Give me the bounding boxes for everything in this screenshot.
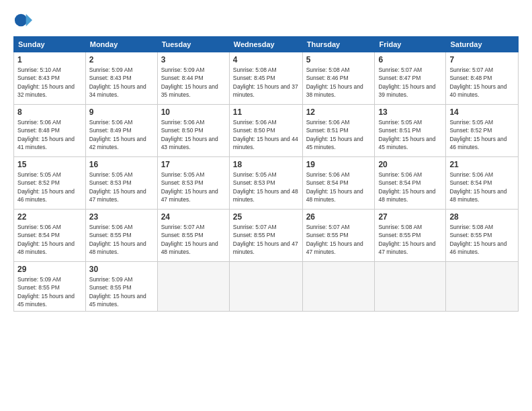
table-row: 7 Sunrise: 5:07 AMSunset: 8:48 PMDayligh… (446, 52, 519, 105)
empty-cell (375, 262, 446, 312)
empty-cell (302, 262, 375, 312)
table-row: 30 Sunrise: 5:09 AMSunset: 8:55 PMDaylig… (85, 262, 157, 312)
page-header (13, 11, 519, 30)
table-row: 1 Sunrise: 5:10 AMSunset: 8:43 PMDayligh… (14, 52, 86, 105)
logo (13, 11, 35, 30)
col-thursday: Thursday (302, 37, 375, 52)
svg-marker-1 (26, 14, 32, 27)
col-saturday: Saturday (446, 37, 519, 52)
table-row: 9 Sunrise: 5:06 AMSunset: 8:49 PMDayligh… (85, 105, 157, 157)
table-row: 26 Sunrise: 5:07 AMSunset: 8:55 PMDaylig… (302, 210, 375, 262)
table-row: 16 Sunrise: 5:05 AMSunset: 8:53 PMDaylig… (85, 157, 157, 210)
calendar-week-1: 1 Sunrise: 5:10 AMSunset: 8:43 PMDayligh… (14, 52, 519, 105)
table-row: 28 Sunrise: 5:08 AMSunset: 8:55 PMDaylig… (446, 210, 519, 262)
calendar-week-4: 22 Sunrise: 5:06 AMSunset: 8:54 PMDaylig… (14, 210, 519, 262)
table-row: 20 Sunrise: 5:06 AMSunset: 8:54 PMDaylig… (375, 157, 446, 210)
calendar-table: Sunday Monday Tuesday Wednesday Thursday… (13, 36, 519, 312)
table-row: 17 Sunrise: 5:05 AMSunset: 8:53 PMDaylig… (157, 157, 229, 210)
svg-point-0 (15, 14, 28, 27)
calendar-week-2: 8 Sunrise: 5:06 AMSunset: 8:48 PMDayligh… (14, 105, 519, 157)
table-row: 6 Sunrise: 5:07 AMSunset: 8:47 PMDayligh… (375, 52, 446, 105)
logo-icon (13, 11, 32, 30)
table-row: 3 Sunrise: 5:09 AMSunset: 8:44 PMDayligh… (157, 52, 229, 105)
table-row: 22 Sunrise: 5:06 AMSunset: 8:54 PMDaylig… (14, 210, 86, 262)
col-monday: Monday (85, 37, 157, 52)
table-row: 14 Sunrise: 5:05 AMSunset: 8:52 PMDaylig… (446, 105, 519, 157)
calendar-week-3: 15 Sunrise: 5:05 AMSunset: 8:52 PMDaylig… (14, 157, 519, 210)
table-row: 10 Sunrise: 5:06 AMSunset: 8:50 PMDaylig… (157, 105, 229, 157)
calendar-header-row: Sunday Monday Tuesday Wednesday Thursday… (14, 37, 519, 52)
table-row: 11 Sunrise: 5:06 AMSunset: 8:50 PMDaylig… (229, 105, 302, 157)
table-row: 4 Sunrise: 5:08 AMSunset: 8:45 PMDayligh… (229, 52, 302, 105)
table-row: 27 Sunrise: 5:08 AMSunset: 8:55 PMDaylig… (375, 210, 446, 262)
table-row: 2 Sunrise: 5:09 AMSunset: 8:43 PMDayligh… (85, 52, 157, 105)
table-row: 18 Sunrise: 5:05 AMSunset: 8:53 PMDaylig… (229, 157, 302, 210)
table-row: 24 Sunrise: 5:07 AMSunset: 8:55 PMDaylig… (157, 210, 229, 262)
empty-cell (446, 262, 519, 312)
table-row: 13 Sunrise: 5:05 AMSunset: 8:51 PMDaylig… (375, 105, 446, 157)
table-row: 15 Sunrise: 5:05 AMSunset: 8:52 PMDaylig… (14, 157, 86, 210)
table-row: 19 Sunrise: 5:06 AMSunset: 8:54 PMDaylig… (302, 157, 375, 210)
table-row: 5 Sunrise: 5:08 AMSunset: 8:46 PMDayligh… (302, 52, 375, 105)
col-tuesday: Tuesday (157, 37, 229, 52)
col-sunday: Sunday (14, 37, 86, 52)
table-row: 21 Sunrise: 5:06 AMSunset: 8:54 PMDaylig… (446, 157, 519, 210)
col-wednesday: Wednesday (229, 37, 302, 52)
table-row: 8 Sunrise: 5:06 AMSunset: 8:48 PMDayligh… (14, 105, 86, 157)
table-row: 29 Sunrise: 5:09 AMSunset: 8:55 PMDaylig… (14, 262, 86, 312)
empty-cell (229, 262, 302, 312)
col-friday: Friday (375, 37, 446, 52)
table-row: 25 Sunrise: 5:07 AMSunset: 8:55 PMDaylig… (229, 210, 302, 262)
calendar-week-5: 29 Sunrise: 5:09 AMSunset: 8:55 PMDaylig… (14, 262, 519, 312)
table-row: 12 Sunrise: 5:06 AMSunset: 8:51 PMDaylig… (302, 105, 375, 157)
table-row: 23 Sunrise: 5:06 AMSunset: 8:55 PMDaylig… (85, 210, 157, 262)
empty-cell (157, 262, 229, 312)
